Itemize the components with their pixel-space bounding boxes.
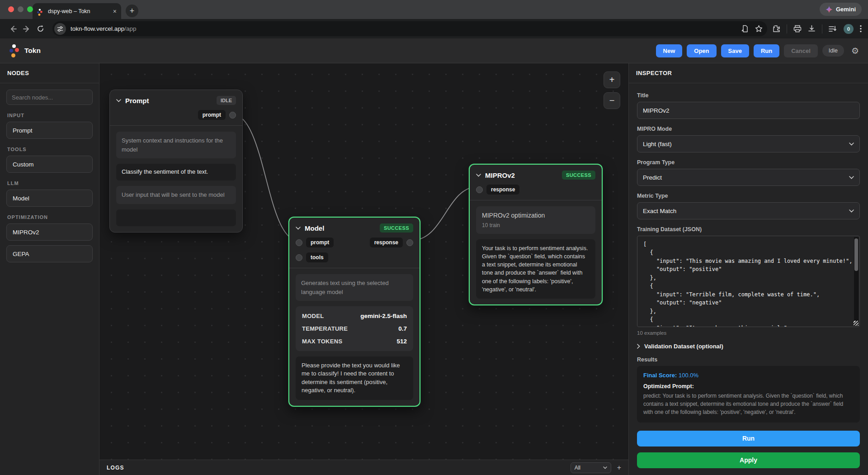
app-title: Tokn bbox=[24, 47, 41, 55]
validation-dataset-label: Validation Dataset (optional) bbox=[644, 343, 723, 350]
param-label: MAX TOKENS bbox=[302, 338, 342, 345]
sidebar-item-custom[interactable]: Custom bbox=[6, 156, 93, 173]
inspector-apply-button[interactable]: Apply bbox=[637, 452, 860, 468]
sidebar-item-prompt[interactable]: Prompt bbox=[6, 122, 93, 139]
sidebar-item-model[interactable]: Model bbox=[6, 190, 93, 207]
cancel-button[interactable]: Cancel bbox=[784, 44, 818, 57]
resize-handle-icon[interactable] bbox=[854, 321, 859, 326]
input-port-tools[interactable] bbox=[296, 254, 302, 261]
tab-title: dspy-web – Tokn bbox=[48, 8, 109, 14]
back-icon[interactable] bbox=[6, 22, 20, 36]
training-dataset-label: Training Dataset (JSON) bbox=[637, 226, 860, 233]
gear-icon[interactable]: ⚙ bbox=[851, 46, 859, 56]
url-bar[interactable]: tokn-flow.vercel.app/app bbox=[52, 21, 767, 36]
logs-bar: LOGS All + bbox=[99, 460, 628, 475]
node-status-badge: IDLE bbox=[217, 96, 236, 105]
site-settings-icon[interactable] bbox=[54, 23, 66, 35]
dataset-examples-count: 10 examples bbox=[637, 330, 860, 336]
inspector-title: INSPECTOR bbox=[629, 63, 868, 83]
param-label: TEMPERATURE bbox=[302, 325, 348, 332]
sidebar-item-gepa[interactable]: GEPA bbox=[6, 245, 93, 262]
logs-filter-value: All bbox=[575, 465, 580, 471]
input-port-response[interactable] bbox=[476, 186, 483, 193]
sidebar-item-miprov2[interactable]: MIPROv2 bbox=[6, 223, 93, 241]
zoom-in-button[interactable]: + bbox=[604, 71, 620, 88]
metric-type-select[interactable]: Exact Match bbox=[637, 202, 860, 219]
node-model[interactable]: Model SUCCESS prompt response tools bbox=[288, 217, 420, 407]
inspector-run-button[interactable]: Run bbox=[637, 431, 860, 446]
url-path: /app bbox=[124, 25, 136, 32]
extensions-icon[interactable] bbox=[773, 25, 780, 33]
node-prompt[interactable]: Prompt IDLE prompt System context and in… bbox=[109, 90, 243, 233]
metric-type-value: Exact Match bbox=[643, 208, 676, 214]
reload-icon[interactable] bbox=[33, 22, 47, 36]
logs-expand-button[interactable]: + bbox=[617, 464, 621, 471]
output-port[interactable] bbox=[229, 112, 236, 119]
textarea-scrollbar-thumb[interactable] bbox=[854, 238, 858, 271]
share-icon[interactable] bbox=[741, 25, 749, 33]
program-type-label: Program Type bbox=[637, 159, 860, 166]
search-input[interactable] bbox=[6, 90, 93, 105]
status-badge: Idle bbox=[822, 45, 844, 57]
node-status-badge: SUCCESS bbox=[380, 223, 413, 233]
instruction-field[interactable]: Classify the sentiment of the text. bbox=[116, 164, 236, 180]
maximize-window-icon[interactable] bbox=[27, 6, 33, 12]
port-label-prompt: prompt bbox=[306, 238, 334, 247]
training-dataset-textarea[interactable]: [ { "input": "This movie was amazing and… bbox=[637, 236, 860, 327]
chevron-down-icon[interactable] bbox=[476, 174, 481, 177]
browser-menu-icon[interactable] bbox=[860, 25, 862, 33]
mipro-mode-select[interactable]: Light (fast) bbox=[637, 135, 860, 152]
print-icon[interactable] bbox=[793, 25, 802, 33]
port-label-tools: tools bbox=[306, 252, 328, 262]
user-input-placeholder-field[interactable]: User input that will be sent to the mode… bbox=[116, 186, 236, 204]
bookmark-star-icon[interactable] bbox=[755, 25, 763, 33]
system-context-field[interactable]: System context and instructions for the … bbox=[116, 132, 236, 158]
url-text: tokn-flow.vercel.app/app bbox=[71, 25, 137, 32]
node-miprov2[interactable]: MIPROv2 SUCCESS response MIPROv2 optimiz… bbox=[469, 164, 603, 305]
port-label-prompt: prompt bbox=[198, 110, 226, 120]
tab-close-icon[interactable]: × bbox=[113, 8, 117, 14]
run-button[interactable]: Run bbox=[754, 44, 779, 57]
optimization-summary: MIPROv2 optimization 10 train bbox=[476, 206, 595, 234]
download-icon[interactable] bbox=[808, 25, 816, 33]
zoom-out-button[interactable]: − bbox=[604, 92, 620, 109]
traffic-lights bbox=[8, 6, 33, 12]
new-tab-button[interactable]: + bbox=[126, 5, 138, 17]
chevron-down-icon[interactable] bbox=[296, 227, 301, 230]
user-input-field[interactable] bbox=[116, 209, 236, 226]
flow-canvas[interactable]: + − Prompt IDLE prompt System context an… bbox=[99, 63, 628, 475]
tab-counter-badge[interactable]: 0 bbox=[844, 24, 854, 34]
chevron-down-icon bbox=[849, 209, 854, 213]
open-button[interactable]: Open bbox=[687, 44, 716, 57]
node-title: MIPROv2 bbox=[485, 171, 515, 179]
model-params: MODELgemini-2.5-flash TEMPERATURE0.7 MAX… bbox=[296, 306, 413, 351]
gemini-button[interactable]: Gemini bbox=[820, 3, 862, 16]
param-value: gemini-2.5-flash bbox=[360, 313, 407, 319]
save-button[interactable]: Save bbox=[721, 44, 749, 57]
close-window-icon[interactable] bbox=[8, 6, 14, 12]
reading-list-icon[interactable] bbox=[829, 25, 837, 33]
toolbar-divider bbox=[822, 24, 822, 33]
gemini-label: Gemini bbox=[836, 6, 856, 13]
logs-filter-select[interactable]: All bbox=[571, 462, 611, 473]
program-type-select[interactable]: Predict bbox=[637, 169, 860, 186]
param-label: MODEL bbox=[302, 313, 324, 319]
validation-dataset-toggle[interactable]: Validation Dataset (optional) bbox=[637, 343, 860, 350]
chevron-down-icon bbox=[603, 466, 607, 469]
chevron-down-icon[interactable] bbox=[116, 99, 121, 102]
forward-icon[interactable] bbox=[20, 22, 33, 36]
results-box: Final Score: 100.0% Optimized Prompt: pr… bbox=[637, 366, 860, 423]
param-value: 512 bbox=[396, 338, 407, 345]
input-port-prompt[interactable] bbox=[296, 239, 302, 246]
summary-subtitle: 10 train bbox=[482, 222, 590, 228]
title-input[interactable] bbox=[637, 102, 860, 119]
node-status-badge: SUCCESS bbox=[562, 171, 595, 180]
new-button[interactable]: New bbox=[656, 44, 683, 57]
browser-tab-bar: dspy-web – Tokn × + Gemini bbox=[0, 0, 868, 19]
results-label: Results bbox=[637, 356, 860, 363]
output-port-response[interactable] bbox=[406, 239, 413, 246]
section-label-input: INPUT bbox=[7, 113, 92, 118]
browser-tab[interactable]: dspy-web – Tokn × bbox=[33, 3, 121, 19]
chevron-right-icon bbox=[637, 344, 640, 349]
minimize-window-icon[interactable] bbox=[18, 6, 24, 12]
